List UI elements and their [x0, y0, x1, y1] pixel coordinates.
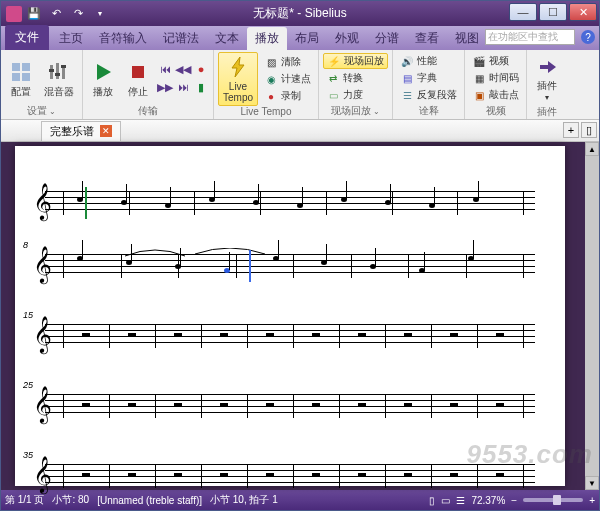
scroll-track[interactable] — [585, 156, 599, 476]
playhead[interactable] — [249, 250, 251, 282]
tab-4[interactable]: 播放 — [247, 27, 287, 50]
split-panel-button[interactable]: ▯ — [581, 122, 597, 138]
play-button[interactable]: 播放 — [87, 58, 119, 99]
tab-5[interactable]: 布局 — [287, 27, 327, 50]
zoom-in-button[interactable]: + — [589, 495, 595, 506]
view-icon-3[interactable]: ☰ — [456, 495, 465, 506]
tab-2[interactable]: 记谱法 — [155, 27, 207, 50]
transform-button[interactable]: ⇄转换 — [323, 70, 388, 86]
redo-icon[interactable]: ↷ — [69, 5, 87, 23]
tab-7[interactable]: 分谱 — [367, 27, 407, 50]
whole-rest — [496, 473, 504, 477]
mixer-button[interactable]: 混音器 — [40, 58, 78, 99]
close-button[interactable]: ✕ — [569, 3, 597, 21]
video-button[interactable]: 🎬视频 — [469, 53, 522, 69]
barline — [339, 324, 340, 348]
velocity-button[interactable]: ▭力度 — [323, 87, 388, 103]
whole-rest — [266, 333, 274, 337]
scroll-up-button[interactable]: ▲ — [585, 142, 599, 156]
rewind-icon[interactable]: ◀◀ — [175, 61, 191, 77]
taptempo-button[interactable]: ◉计速点 — [261, 71, 314, 87]
tab-9[interactable]: 视图 — [447, 27, 487, 50]
plugins-button[interactable]: 插件▾ — [531, 52, 563, 105]
tab-0[interactable]: 主页 — [51, 27, 91, 50]
whole-rest — [450, 333, 458, 337]
group-transport: 播放 停止 ⏮ ◀◀ ● ▶▶ ⏭ ▮ — [83, 50, 214, 119]
zoom-slider[interactable] — [523, 498, 583, 502]
bar-number: 35 — [23, 450, 33, 460]
whole-rest — [450, 403, 458, 407]
record-icon[interactable]: ● — [193, 61, 209, 77]
score-tab[interactable]: 完整乐谱 ✕ — [41, 121, 121, 141]
barline — [201, 464, 202, 488]
forward-end-icon[interactable]: ⏭ — [175, 79, 191, 95]
live-tempo-button[interactable]: LiveTempo — [218, 52, 258, 106]
whole-rest — [496, 403, 504, 407]
hitpoint-button[interactable]: ▣敲击点 — [469, 87, 522, 103]
status-page: 第 1/1 页 — [5, 493, 44, 507]
view-icon-2[interactable]: ▭ — [441, 495, 450, 506]
barline — [63, 394, 64, 418]
whole-rest — [174, 333, 182, 337]
barline — [293, 324, 294, 348]
tab-6[interactable]: 外观 — [327, 27, 367, 50]
repeats-button[interactable]: ☰反复段落 — [397, 87, 460, 103]
add-panel-button[interactable]: + — [563, 122, 579, 138]
record-button[interactable]: ●录制 — [261, 88, 314, 104]
playhead[interactable] — [85, 187, 87, 219]
staff-system: 𝄞35 — [45, 464, 535, 488]
zoom-thumb[interactable] — [553, 495, 561, 505]
group-label: 诠释 — [397, 104, 460, 117]
whole-rest — [404, 473, 412, 477]
maximize-button[interactable]: ☐ — [539, 3, 567, 21]
fast-forward-icon[interactable]: ▶▶ — [157, 79, 173, 95]
qat-dropdown-icon[interactable]: ▾ — [91, 5, 109, 23]
score-page[interactable]: 𝄞𝄞8𝄞15𝄞25𝄞35 — [15, 146, 565, 486]
ribbon-search[interactable]: 在功能区中查找 — [485, 29, 575, 45]
vertical-scrollbar[interactable]: ▲ ▼ — [585, 142, 599, 490]
titlebar: 💾 ↶ ↷ ▾ 无标题* - Sibelius — ☐ ✕ — [1, 1, 599, 26]
view-icon-1[interactable]: ▯ — [429, 495, 435, 506]
save-icon[interactable]: 💾 — [25, 5, 43, 23]
barline — [247, 464, 248, 488]
scroll-thumb[interactable] — [585, 156, 599, 476]
whole-rest — [266, 473, 274, 477]
status-zoom: 72.37% — [471, 495, 505, 506]
group-liveplayback: ⚡现场回放 ⇄转换 ▭力度 现场回放 ⌄ — [319, 50, 393, 119]
status-bars: 小节: 80 — [52, 493, 89, 507]
note-stem — [346, 181, 347, 199]
bar-number: 8 — [23, 240, 28, 250]
zoom-out-button[interactable]: − — [511, 495, 517, 506]
minimize-button[interactable]: — — [509, 3, 537, 21]
stop-button[interactable]: 停止 — [122, 58, 154, 99]
clear-button[interactable]: ▨清除 — [261, 54, 314, 70]
tab-1[interactable]: 音符输入 — [91, 27, 155, 50]
rewind-start-icon[interactable]: ⏮ — [157, 61, 173, 77]
tab-8[interactable]: 查看 — [407, 27, 447, 50]
whole-rest — [220, 403, 228, 407]
whole-rest — [312, 403, 320, 407]
liveplayback-button[interactable]: ⚡现场回放 — [323, 53, 388, 69]
barline — [63, 191, 64, 215]
group-video: 🎬视频 ▦时间码 ▣敲击点 视频 — [465, 50, 527, 119]
scroll-down-button[interactable]: ▼ — [585, 476, 599, 490]
tab-3[interactable]: 文本 — [207, 27, 247, 50]
help-icon[interactable]: ? — [581, 30, 595, 44]
performance-button[interactable]: 🔊性能 — [397, 53, 460, 69]
barline — [194, 191, 195, 215]
list-icon: ☰ — [400, 88, 414, 102]
tab-file[interactable]: 文件 — [5, 25, 49, 50]
playline-icon[interactable]: ▮ — [193, 79, 209, 95]
note-stem — [434, 187, 435, 205]
speaker-icon: 🔊 — [400, 54, 414, 68]
tab-close-icon[interactable]: ✕ — [100, 125, 112, 137]
staff-system: 𝄞8 — [45, 254, 535, 278]
whole-rest — [358, 403, 366, 407]
dictionary-button[interactable]: ▤字典 — [397, 70, 460, 86]
group-label: 插件 — [531, 105, 563, 118]
undo-icon[interactable]: ↶ — [47, 5, 65, 23]
config-button[interactable]: 配置 — [5, 58, 37, 99]
barline — [339, 394, 340, 418]
barline — [477, 394, 478, 418]
timecode-button[interactable]: ▦时间码 — [469, 70, 522, 86]
